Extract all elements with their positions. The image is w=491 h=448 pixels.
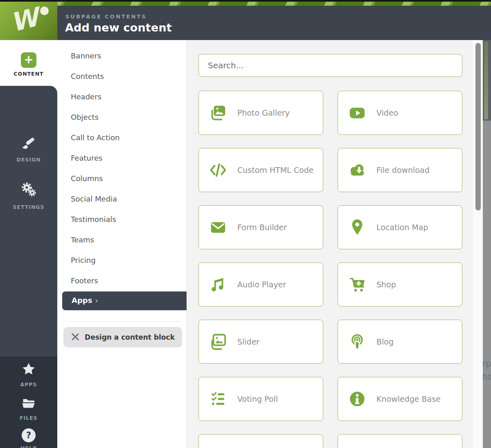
custom-html-icon (209, 161, 227, 179)
paintbrush-icon (20, 135, 38, 152)
card-label: Location Map (376, 222, 432, 233)
card-label: Blog (376, 337, 398, 347)
menu-item-banners[interactable]: Banners (71, 46, 120, 66)
chevron-right-icon: › (95, 296, 98, 305)
card-photo-gallery[interactable]: Photo Gallery (198, 91, 323, 135)
card-label: Slider (237, 337, 264, 347)
card-label: Video (376, 108, 402, 118)
menu-item-headers[interactable]: Headers (71, 87, 120, 107)
green-stripe-banner (0, 2, 491, 6)
shop-icon (348, 275, 367, 294)
menu-item-testimonials[interactable]: Testimonials (71, 209, 120, 230)
card-label: File download (376, 165, 434, 175)
card-slider[interactable]: Slider (198, 320, 323, 364)
background-text-fragment: rp (483, 359, 491, 369)
form-builder-icon (209, 218, 227, 237)
card-label: Voting Poll (237, 394, 282, 404)
video-icon (348, 103, 367, 122)
dimmed-image-fragment (484, 42, 488, 119)
rail-item-settings[interactable]: SETTINGS (0, 181, 57, 210)
card-custom-html[interactable]: Custom HTML Code (198, 148, 323, 192)
location-map-icon (348, 218, 367, 237)
logo-dot (40, 7, 49, 15)
rail-upper-background (0, 86, 57, 356)
menu-item-objects[interactable]: Objects (71, 107, 120, 128)
menu-item-contents[interactable]: Contents (71, 66, 120, 87)
card-label: Custom HTML Code (237, 165, 318, 175)
selected-item-label: Apps (72, 296, 92, 305)
slider-icon (209, 332, 227, 351)
photo-gallery-icon (209, 103, 227, 122)
card-partial[interactable] (338, 434, 462, 448)
rail-item-apps[interactable]: APPS (0, 361, 57, 388)
star-icon (20, 361, 37, 377)
design-content-block-button[interactable]: Design a content block (63, 327, 182, 347)
card-voting-poll[interactable]: Voting Poll (198, 377, 323, 421)
menu-item-pricing[interactable]: Pricing (71, 250, 120, 271)
rail-item-label: FILES (0, 415, 57, 421)
webnode-logo[interactable]: W (0, 2, 57, 40)
card-label: Audio Player (237, 280, 290, 290)
header-eyebrow: SUBPAGE CONTENTS (65, 13, 147, 20)
design-block-label: Design a content block (85, 333, 175, 341)
gears-icon (19, 181, 38, 199)
voting-poll-icon (209, 390, 227, 408)
design-tools-icon (71, 333, 80, 342)
audio-player-icon (209, 275, 227, 294)
card-shop[interactable]: Shop (338, 262, 462, 307)
card-blog[interactable]: Blog (338, 320, 462, 364)
content-picker-panel: Photo Gallery Video Custom HTML Code (187, 40, 483, 448)
rail-item-label: CONTENT (0, 71, 57, 77)
left-rail: + CONTENT DESIGN SETTINGS (0, 40, 57, 448)
category-list: Banners Contents Headers Objects Call to… (71, 46, 120, 291)
dialog-header: SUBPAGE CONTENTS Add new content (0, 6, 491, 40)
card-location-map[interactable]: Location Map (338, 205, 462, 249)
dimmed-header-area (483, 40, 491, 121)
card-label: Photo Gallery (237, 108, 294, 118)
rail-item-label: SETTINGS (0, 204, 57, 210)
question-icon: ? (22, 428, 36, 442)
blog-icon (348, 332, 367, 351)
card-label: Form Builder (237, 222, 291, 233)
rail-item-help[interactable]: ? HELP (0, 428, 57, 448)
logo-letter: W (7, 2, 42, 38)
plus-icon: + (21, 52, 36, 68)
card-knowledge-base[interactable]: Knowledge Base (338, 377, 462, 421)
rail-item-label: APPS (0, 381, 57, 388)
menu-item-teams[interactable]: Teams (71, 230, 120, 250)
page-title: Add new content (65, 21, 172, 34)
menu-item-columns[interactable]: Columns (71, 168, 120, 189)
rail-item-label: DESIGN (0, 157, 57, 163)
dimmed-page-background: rp ha (483, 40, 491, 448)
file-download-icon (348, 161, 367, 179)
card-label: Shop (376, 280, 400, 290)
rail-item-label: HELP (0, 445, 57, 448)
menu-item-footers[interactable]: Footers (71, 271, 120, 291)
card-label: Knowledge Base (376, 394, 445, 404)
menu-divider (62, 321, 182, 322)
card-form-builder[interactable]: Form Builder (198, 205, 323, 249)
card-audio-player[interactable]: Audio Player (198, 262, 323, 307)
category-menu: Banners Contents Headers Objects Call to… (57, 40, 187, 448)
rail-item-design[interactable]: DESIGN (0, 135, 57, 163)
scrollbar-thumb[interactable] (475, 43, 481, 211)
rail-item-content[interactable]: + CONTENT (0, 40, 57, 77)
folder-icon (20, 395, 37, 410)
card-file-download[interactable]: File download (338, 148, 462, 192)
menu-item-apps-selected[interactable]: Apps › (62, 291, 187, 310)
menu-item-features[interactable]: Features (71, 148, 120, 168)
knowledge-base-icon (348, 390, 367, 408)
content-cards-grid: Photo Gallery Video Custom HTML Code (198, 91, 462, 448)
rail-item-files[interactable]: FILES (0, 395, 57, 421)
menu-item-call-to-action[interactable]: Call to Action (71, 128, 120, 148)
add-content-dialog: SUBPAGE CONTENTS Add new content W + CON… (0, 0, 491, 448)
card-video[interactable]: Video (338, 91, 462, 135)
search-input[interactable] (198, 54, 462, 77)
background-text-fragment: ha (483, 372, 491, 382)
menu-item-social-media[interactable]: Social Media (71, 189, 120, 209)
card-partial[interactable] (198, 434, 323, 448)
